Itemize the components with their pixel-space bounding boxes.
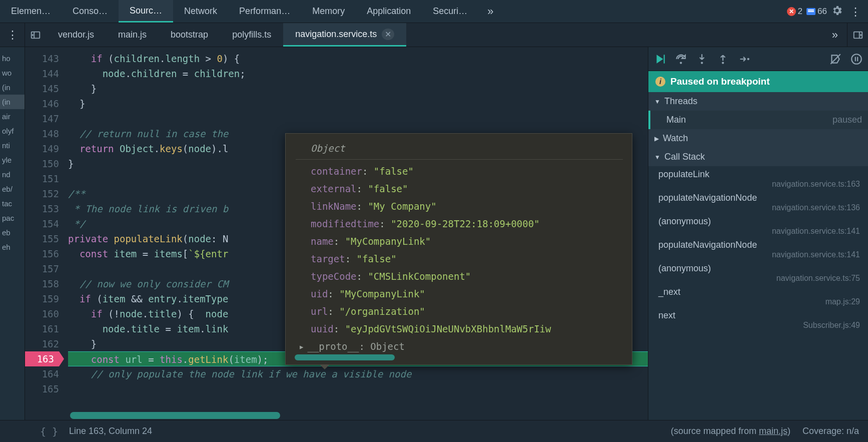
code-line[interactable]: } <box>68 81 648 96</box>
step-button[interactable] <box>737 53 750 66</box>
navigator-sidebar[interactable]: howo(in(inairolyfntiylendeb/tacpacebeh <box>0 47 25 420</box>
object-preview-tooltip[interactable]: Object container: "false"external: "fals… <box>285 133 632 365</box>
deactivate-breakpoints-button[interactable] <box>829 53 842 66</box>
navigator-item[interactable]: wo <box>0 66 25 80</box>
callstack-frame[interactable]: populateNavigationNodenavigation.service… <box>648 237 868 260</box>
line-number[interactable]: 146 <box>25 96 59 111</box>
code-line[interactable] <box>68 381 648 396</box>
navigator-item[interactable]: tac <box>0 196 25 211</box>
line-number[interactable]: 152 <box>25 186 59 201</box>
thread-item[interactable]: Mainpaused <box>648 111 868 129</box>
step-out-button[interactable] <box>716 53 729 66</box>
navigator-item[interactable]: (in <box>0 95 25 109</box>
line-number[interactable]: 159 <box>25 291 59 306</box>
callstack-section-header[interactable]: ▼ Call Stack <box>648 148 868 166</box>
file-tab[interactable]: navigation.service.ts✕ <box>283 23 406 47</box>
line-number[interactable]: 154 <box>25 216 59 231</box>
line-number[interactable]: 149 <box>25 141 59 156</box>
line-number[interactable]: 147 <box>25 111 59 126</box>
editor-horizontal-scrollbar[interactable] <box>70 412 280 419</box>
file-tab[interactable]: bootstrap <box>159 23 220 47</box>
tooltip-property-row[interactable]: target: "false" <box>311 250 623 268</box>
line-number[interactable]: 145 <box>25 81 59 96</box>
code-line[interactable]: } <box>68 96 648 111</box>
navigator-item[interactable]: nti <box>0 138 25 153</box>
file-tab[interactable]: vendor.js <box>46 23 106 47</box>
more-panels-chevron-icon[interactable]: » <box>478 0 502 23</box>
panel-tab-conso[interactable]: Conso… <box>62 0 119 23</box>
line-number[interactable]: 153 <box>25 201 59 216</box>
code-line[interactable] <box>68 111 648 126</box>
sources-kebab-icon[interactable]: ⋮ <box>0 23 25 47</box>
panel-tab-network[interactable]: Network <box>173 0 228 23</box>
file-tab[interactable]: polyfills.ts <box>220 23 283 47</box>
watch-section-header[interactable]: ▶ Watch <box>648 129 868 148</box>
callstack-frame[interactable]: (anonymous)navigation.service.ts:141 <box>648 213 868 237</box>
line-number[interactable]: 150 <box>25 156 59 171</box>
navigator-item[interactable]: (in <box>0 80 25 95</box>
line-number[interactable]: 151 <box>25 171 59 186</box>
line-number[interactable]: 143 <box>25 51 59 66</box>
panel-tab-performan[interactable]: Performan… <box>228 0 301 23</box>
more-file-tabs-chevron-icon[interactable]: » <box>823 23 847 47</box>
show-navigator-button[interactable] <box>25 23 46 47</box>
tooltip-property-row[interactable]: container: "false" <box>311 163 623 180</box>
panel-tab-application[interactable]: Application <box>356 0 422 23</box>
step-into-button[interactable] <box>695 53 708 66</box>
callstack-frame[interactable]: populateLinknavigation.service.ts:163 <box>648 166 868 190</box>
navigator-item[interactable]: eh <box>0 240 25 254</box>
line-number[interactable]: 160 <box>25 306 59 321</box>
show-debugger-button[interactable] <box>847 23 868 47</box>
pause-on-exceptions-button[interactable] <box>850 53 863 66</box>
tooltip-horizontal-scrollbar[interactable] <box>295 354 395 360</box>
line-number-gutter[interactable]: 1431441451461471481491501511521531541551… <box>25 47 64 420</box>
navigator-item[interactable]: ho <box>0 51 25 66</box>
navigator-item[interactable]: air <box>0 109 25 124</box>
line-number[interactable]: 155 <box>25 231 59 246</box>
panel-tab-sourc[interactable]: Sourc… <box>119 0 173 23</box>
line-number-breakpoint[interactable]: 163 <box>25 351 59 366</box>
threads-section-header[interactable]: ▼ Threads <box>648 92 868 111</box>
line-number[interactable]: 156 <box>25 246 59 261</box>
line-number[interactable]: 161 <box>25 321 59 336</box>
code-line[interactable]: node.children = children; <box>68 66 648 81</box>
callstack-frame[interactable]: populateNavigationNodenavigation.service… <box>648 190 868 213</box>
navigator-item[interactable]: eb <box>0 225 25 240</box>
tooltip-property-row[interactable]: name: "MyCompanyLink" <box>311 233 623 250</box>
resume-button[interactable] <box>653 53 666 66</box>
navigator-item[interactable]: eb/ <box>0 182 25 196</box>
navigator-item[interactable]: olyf <box>0 124 25 138</box>
pretty-print-button[interactable]: { } <box>40 425 58 437</box>
file-tab[interactable]: main.js <box>106 23 159 47</box>
code-line[interactable]: // only populate the node link if we hav… <box>68 366 648 381</box>
line-number[interactable]: 148 <box>25 126 59 141</box>
tooltip-property-row[interactable]: url: "/organization" <box>311 303 623 320</box>
kebab-menu-icon[interactable]: ⋮ <box>847 6 859 18</box>
callstack-frame[interactable]: (anonymous)navigation.service.ts:75 <box>648 260 868 284</box>
panel-tab-securi[interactable]: Securi… <box>422 0 478 23</box>
close-tab-icon[interactable]: ✕ <box>382 29 394 40</box>
panel-tab-elemen[interactable]: Elemen… <box>0 0 62 23</box>
message-count-badge[interactable]: 66 <box>806 7 827 17</box>
panel-tab-memory[interactable]: Memory <box>301 0 356 23</box>
step-over-button[interactable] <box>674 53 687 66</box>
error-count-badge[interactable]: ✕ 2 <box>787 7 802 17</box>
tooltip-property-row[interactable]: uid: "MyCompanyLink" <box>311 285 623 303</box>
tooltip-property-row[interactable]: uuid: "eyJpdGVtSWQiOiJNeUNvbXBhbnlMaW5rI… <box>311 320 623 338</box>
navigator-item[interactable]: nd <box>0 167 25 182</box>
line-number[interactable]: 144 <box>25 66 59 81</box>
callstack-frame[interactable]: _nextmap.js:29 <box>648 284 868 307</box>
navigator-item[interactable]: yle <box>0 153 25 167</box>
tooltip-property-row[interactable]: modifiedtime: "2020-09-28T22:18:09+0000" <box>311 215 623 233</box>
line-number[interactable]: 162 <box>25 336 59 351</box>
navigator-item[interactable]: pac <box>0 211 25 225</box>
tooltip-property-row[interactable]: external: "false" <box>311 180 623 198</box>
line-number[interactable]: 158 <box>25 276 59 291</box>
callstack-frame[interactable]: nextSubscriber.js:49 <box>648 307 868 331</box>
line-number[interactable]: 165 <box>25 381 59 396</box>
settings-button[interactable] <box>831 5 843 19</box>
source-map-link[interactable]: main.js <box>759 426 787 436</box>
line-number[interactable]: 157 <box>25 261 59 276</box>
line-number[interactable]: 164 <box>25 366 59 381</box>
tooltip-prototype-row[interactable]: ▸__proto__: Object <box>311 338 623 355</box>
